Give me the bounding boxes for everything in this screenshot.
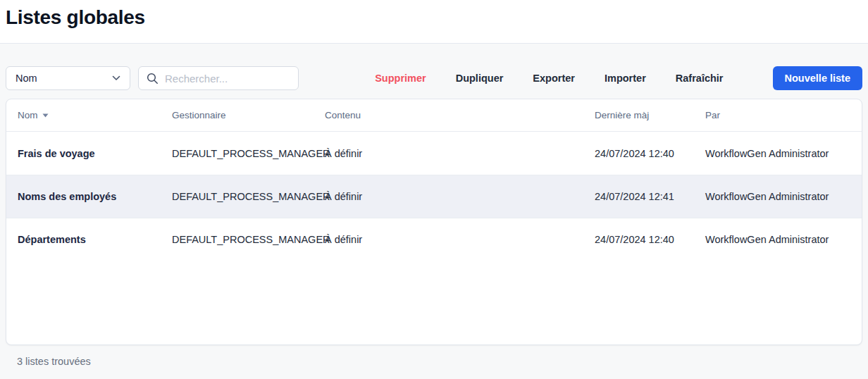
column-header-contenu[interactable]: Contenu: [325, 110, 595, 120]
filter-column-select-value: Nom: [16, 73, 37, 84]
cell-contenu: À définir: [325, 234, 595, 245]
cell-derniere-maj: 24/07/2024 12:41: [595, 191, 705, 202]
cell-derniere-maj: 24/07/2024 12:40: [595, 148, 705, 159]
table-row[interactable]: Noms des employés DEFAULT_PROCESS_MANAGE…: [6, 175, 862, 218]
cell-derniere-maj: 24/07/2024 12:40: [595, 234, 705, 245]
cell-nom: Frais de voyage: [18, 148, 172, 159]
search-input[interactable]: [165, 73, 305, 85]
toolbar: Nom Supprimer Dupliquer Exporter Importe…: [6, 44, 862, 90]
cell-gestionnaire: DEFAULT_PROCESS_MANAGER: [172, 148, 325, 159]
cell-contenu: À définir: [325, 148, 595, 159]
cell-par: WorkflowGen Administrator: [705, 234, 850, 245]
sort-desc-icon: [42, 113, 49, 118]
cell-par: WorkflowGen Administrator: [705, 148, 850, 159]
search-icon: [147, 73, 159, 85]
page-title: Listes globales: [6, 6, 862, 29]
page-header: Listes globales: [0, 0, 868, 44]
cell-gestionnaire: DEFAULT_PROCESS_MANAGER: [172, 191, 325, 202]
table-header-row: Nom Gestionnaire Contenu Dernière màj Pa…: [6, 99, 862, 132]
export-button[interactable]: Exporter: [531, 68, 576, 88]
import-button[interactable]: Importer: [603, 68, 647, 88]
cell-nom: Départements: [18, 234, 172, 245]
content-area: Nom Supprimer Dupliquer Exporter Importe…: [0, 44, 868, 379]
table-row[interactable]: Frais de voyage DEFAULT_PROCESS_MANAGER …: [6, 132, 862, 175]
cell-contenu: À définir: [325, 191, 595, 202]
cell-gestionnaire: DEFAULT_PROCESS_MANAGER: [172, 234, 325, 245]
search-box: [138, 66, 299, 90]
filter-column-select[interactable]: Nom: [6, 66, 130, 90]
new-list-button[interactable]: Nouvelle liste: [773, 66, 862, 90]
column-header-nom[interactable]: Nom: [18, 110, 172, 120]
result-count-status: 3 listes trouvées: [6, 356, 862, 367]
column-header-derniere-maj[interactable]: Dernière màj: [595, 110, 705, 120]
table-row[interactable]: Départements DEFAULT_PROCESS_MANAGER À d…: [6, 218, 862, 261]
cell-nom: Noms des employés: [18, 191, 172, 202]
column-header-gestionnaire[interactable]: Gestionnaire: [172, 110, 325, 120]
toolbar-actions: Supprimer Dupliquer Exporter Importer Ra…: [373, 66, 862, 90]
global-lists-table: Nom Gestionnaire Contenu Dernière màj Pa…: [6, 99, 862, 345]
delete-button[interactable]: Supprimer: [373, 68, 428, 88]
cell-par: WorkflowGen Administrator: [705, 191, 850, 202]
column-header-par[interactable]: Par: [705, 110, 850, 120]
refresh-button[interactable]: Rafraîchir: [674, 68, 725, 88]
chevron-down-icon: [112, 75, 120, 81]
duplicate-button[interactable]: Dupliquer: [454, 68, 505, 88]
